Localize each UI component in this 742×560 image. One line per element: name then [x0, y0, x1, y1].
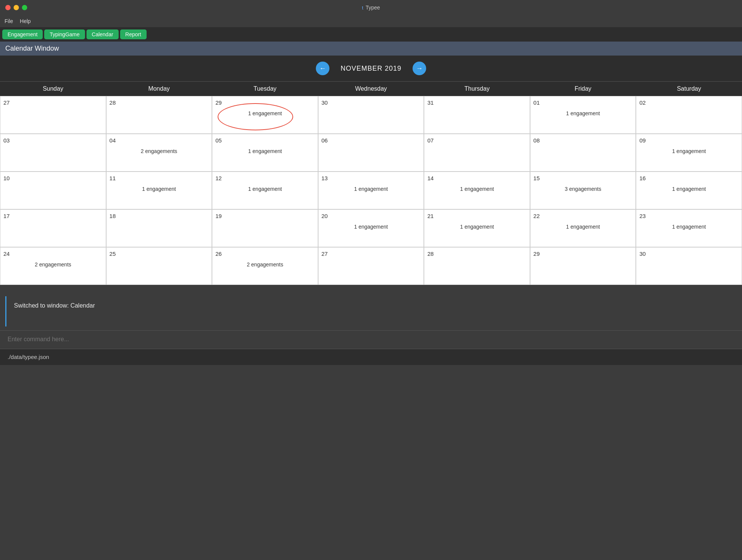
- maximize-button[interactable]: [22, 5, 27, 10]
- calendar-cell[interactable]: 18: [106, 209, 212, 247]
- cell-date: 17: [3, 213, 103, 219]
- command-input[interactable]: [0, 331, 742, 348]
- day-headers: Sunday Monday Tuesday Wednesday Thursday…: [0, 81, 742, 96]
- cell-engagement: 2 engagements: [110, 148, 209, 154]
- calendar-cell[interactable]: 25: [106, 247, 212, 285]
- calendar-cell[interactable]: 153 engagements: [530, 172, 636, 209]
- calendar-header: ← NOVEMBER 2019 →: [0, 56, 742, 81]
- cell-date: 20: [322, 213, 421, 219]
- calendar-cell[interactable]: 211 engagement: [424, 209, 530, 247]
- menu-help[interactable]: Help: [20, 18, 31, 24]
- prev-arrow-icon: ←: [319, 65, 326, 73]
- calendar-cell[interactable]: 28: [106, 96, 212, 134]
- day-header-monday: Monday: [106, 82, 212, 96]
- calendar-cell[interactable]: 242 engagements: [0, 247, 106, 285]
- calendar-cell[interactable]: 08: [530, 134, 636, 172]
- minimize-button[interactable]: [14, 5, 19, 10]
- cell-engagement: 1 engagement: [639, 148, 739, 154]
- close-button[interactable]: [5, 5, 11, 10]
- cell-engagement: 1 engagement: [215, 110, 315, 116]
- nav-tabs: Engagement TypingGame Calendar Report: [0, 27, 742, 42]
- calendar-cell[interactable]: 291 engagement: [212, 96, 318, 134]
- calendar-cell[interactable]: 141 engagement: [424, 172, 530, 209]
- calendar-cell[interactable]: 011 engagement: [530, 96, 636, 134]
- calendar-cell[interactable]: 30: [636, 247, 742, 285]
- cell-date: 27: [3, 99, 103, 106]
- cell-date: 05: [215, 137, 315, 144]
- calendar-cell[interactable]: 31: [424, 96, 530, 134]
- cell-engagement: 1 engagement: [110, 186, 209, 192]
- app-icon: t: [362, 5, 363, 11]
- tab-calendar[interactable]: Calendar: [87, 29, 119, 39]
- cell-date: 27: [322, 251, 421, 257]
- cell-engagement: 1 engagement: [322, 224, 421, 230]
- cell-date: 07: [427, 137, 527, 144]
- calendar-cell[interactable]: 121 engagement: [212, 172, 318, 209]
- cell-date: 03: [3, 137, 103, 144]
- calendar-cell[interactable]: 27: [0, 96, 106, 134]
- cell-date: 23: [639, 213, 739, 219]
- calendar-cell[interactable]: 06: [318, 134, 424, 172]
- cell-engagement: 1 engagement: [639, 186, 739, 192]
- cell-engagement: 1 engagement: [533, 224, 633, 230]
- calendar-cell[interactable]: 091 engagement: [636, 134, 742, 172]
- next-arrow-icon: →: [416, 65, 423, 73]
- command-input-container: [0, 330, 742, 348]
- day-header-tuesday: Tuesday: [212, 82, 318, 96]
- cell-date: 16: [639, 175, 739, 181]
- calendar-cell[interactable]: 221 engagement: [530, 209, 636, 247]
- calendar-cell[interactable]: 231 engagement: [636, 209, 742, 247]
- calendar-cell[interactable]: 27: [318, 247, 424, 285]
- day-header-wednesday: Wednesday: [318, 82, 424, 96]
- menu-file[interactable]: File: [5, 18, 13, 24]
- calendar-cell[interactable]: 28: [424, 247, 530, 285]
- calendar-cell[interactable]: 29: [530, 247, 636, 285]
- cell-date: 08: [533, 137, 633, 144]
- calendar-cell[interactable]: 201 engagement: [318, 209, 424, 247]
- cell-date: 02: [639, 99, 739, 106]
- cell-date: 09: [639, 137, 739, 144]
- cell-engagement: 1 engagement: [639, 224, 739, 230]
- cell-date: 25: [110, 251, 209, 257]
- cell-date: 30: [322, 99, 421, 106]
- cell-engagement: 1 engagement: [215, 186, 315, 192]
- cell-engagement: 2 engagements: [215, 261, 315, 268]
- calendar-cell[interactable]: 30: [318, 96, 424, 134]
- cell-date: 29: [215, 99, 315, 106]
- file-path-text: ./data/typee.json: [8, 354, 49, 360]
- calendar-cell[interactable]: 131 engagement: [318, 172, 424, 209]
- cell-date: 14: [427, 175, 527, 181]
- calendar-cell[interactable]: 111 engagement: [106, 172, 212, 209]
- calendar-cell[interactable]: 042 engagements: [106, 134, 212, 172]
- title-bar-title: t Typee: [362, 5, 380, 11]
- calendar-cell[interactable]: 19: [212, 209, 318, 247]
- day-header-saturday: Saturday: [636, 82, 742, 96]
- bottom-section: Switched to window: Calendar ./data/type…: [0, 285, 742, 365]
- tab-engagement[interactable]: Engagement: [2, 29, 43, 39]
- app-name: Typee: [366, 5, 380, 11]
- calendar-cell[interactable]: 07: [424, 134, 530, 172]
- calendar-cell[interactable]: 161 engagement: [636, 172, 742, 209]
- tab-report[interactable]: Report: [120, 29, 147, 39]
- cell-date: 06: [322, 137, 421, 144]
- menu-bar: File Help: [0, 15, 742, 27]
- calendar-grid: 2728291 engagement3031011 engagement0203…: [0, 96, 742, 285]
- cell-date: 30: [639, 251, 739, 257]
- next-month-button[interactable]: →: [413, 62, 426, 75]
- cell-date: 22: [533, 213, 633, 219]
- calendar-cell[interactable]: 17: [0, 209, 106, 247]
- calendar-cell[interactable]: 03: [0, 134, 106, 172]
- cell-date: 28: [427, 251, 527, 257]
- calendar-cell[interactable]: 02: [636, 96, 742, 134]
- calendar-cell[interactable]: 051 engagement: [212, 134, 318, 172]
- cell-engagement: 1 engagement: [427, 224, 527, 230]
- calendar-cell[interactable]: 10: [0, 172, 106, 209]
- calendar-cell[interactable]: 262 engagements: [212, 247, 318, 285]
- cell-date: 04: [110, 137, 209, 144]
- prev-month-button[interactable]: ←: [316, 62, 329, 75]
- tab-typing-game[interactable]: TypingGame: [44, 29, 85, 39]
- cell-engagement: 1 engagement: [215, 148, 315, 154]
- cell-date: 10: [3, 175, 103, 181]
- cell-engagement: 1 engagement: [427, 186, 527, 192]
- traffic-lights: [5, 5, 27, 10]
